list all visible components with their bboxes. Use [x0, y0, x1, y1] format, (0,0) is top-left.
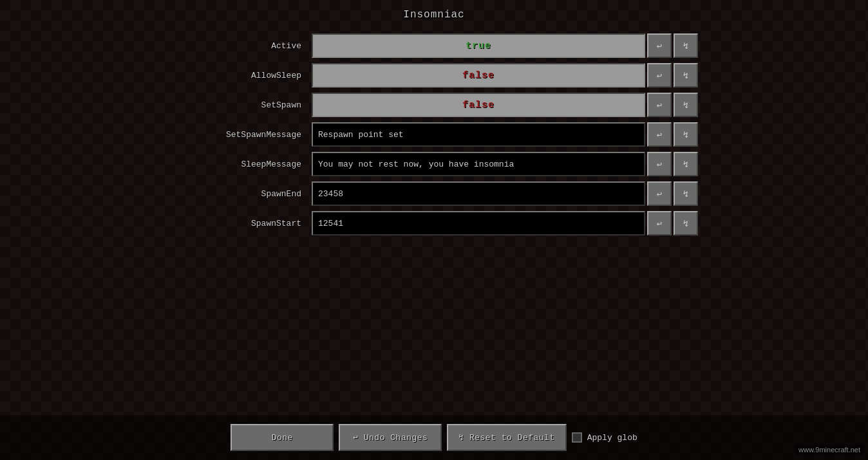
page-title: Insomniac — [0, 0, 868, 27]
undo-side-setspawn[interactable]: ↩ — [647, 93, 672, 117]
setting-value-container-setspawn: false — [312, 93, 645, 117]
setting-value-container-active: true — [312, 33, 645, 58]
reset-side-active[interactable]: ↯ — [674, 33, 698, 58]
apply-global-container: Apply glob — [572, 432, 637, 443]
undo-side-spawnstart[interactable]: ↩ — [647, 211, 672, 235]
done-button[interactable]: Done — [231, 424, 334, 451]
undo-side-sleepmessage[interactable]: ↩ — [647, 152, 672, 176]
setting-row-sleepmessage: SleepMessage↩↯ — [170, 151, 698, 178]
reset-side-setspawnmessage[interactable]: ↯ — [674, 122, 698, 147]
setting-value-container-spawnstart — [312, 211, 645, 235]
reset-side-spawnend[interactable]: ↯ — [674, 181, 698, 206]
setting-label-allowsleep: AllowSleep — [170, 71, 312, 80]
setting-input-spawnstart[interactable] — [312, 211, 645, 235]
undo-side-active[interactable]: ↩ — [647, 33, 672, 58]
setting-bool-active[interactable]: true — [312, 33, 645, 58]
reset-button[interactable]: ↯ Reset to Default — [447, 424, 566, 451]
setting-row-spawnend: SpawnEnd↩↯ — [170, 180, 698, 207]
watermark: www.9minecraft.net — [796, 445, 863, 455]
undo-side-setspawnmessage[interactable]: ↩ — [647, 122, 672, 147]
setting-row-allowsleep: AllowSleepfalse↩↯ — [170, 62, 698, 89]
apply-global-label: Apply glob — [587, 433, 637, 443]
setting-label-active: Active — [170, 41, 312, 51]
setting-label-setspawn: SetSpawn — [170, 100, 312, 110]
setting-value-container-spawnend — [312, 181, 645, 206]
undo-side-allowsleep[interactable]: ↩ — [647, 63, 672, 87]
setting-label-spawnstart: SpawnStart — [170, 219, 312, 228]
setting-label-spawnend: SpawnEnd — [170, 189, 312, 199]
reset-side-sleepmessage[interactable]: ↯ — [674, 152, 698, 176]
reset-side-allowsleep[interactable]: ↯ — [674, 63, 698, 87]
apply-global-checkbox[interactable] — [572, 432, 582, 443]
setting-value-container-allowsleep: false — [312, 63, 645, 87]
reset-side-spawnstart[interactable]: ↯ — [674, 211, 698, 235]
page-container: Insomniac Activetrue↩↯AllowSleepfalse↩↯S… — [0, 0, 868, 460]
setting-row-active: Activetrue↩↯ — [170, 32, 698, 59]
setting-row-setspawnmessage: SetSpawnMessage↩↯ — [170, 121, 698, 148]
setting-bool-allowsleep[interactable]: false — [312, 63, 645, 87]
settings-panel: Activetrue↩↯AllowSleepfalse↩↯SetSpawnfal… — [170, 32, 698, 239]
setting-value-container-setspawnmessage — [312, 122, 645, 147]
undo-button[interactable]: ↩ Undo Changes — [339, 424, 442, 451]
reset-side-setspawn[interactable]: ↯ — [674, 93, 698, 117]
setting-input-sleepmessage[interactable] — [312, 152, 645, 176]
setting-label-sleepmessage: SleepMessage — [170, 160, 312, 169]
setting-bool-setspawn[interactable]: false — [312, 93, 645, 117]
undo-side-spawnend[interactable]: ↩ — [647, 181, 672, 206]
setting-row-setspawn: SetSpawnfalse↩↯ — [170, 91, 698, 118]
bottom-bar: Done ↩ Undo Changes ↯ Reset to Default A… — [0, 415, 868, 460]
setting-input-spawnend[interactable] — [312, 181, 645, 206]
setting-value-container-sleepmessage — [312, 152, 645, 176]
setting-label-setspawnmessage: SetSpawnMessage — [170, 130, 312, 140]
setting-input-setspawnmessage[interactable] — [312, 122, 645, 147]
setting-row-spawnstart: SpawnStart↩↯ — [170, 210, 698, 237]
